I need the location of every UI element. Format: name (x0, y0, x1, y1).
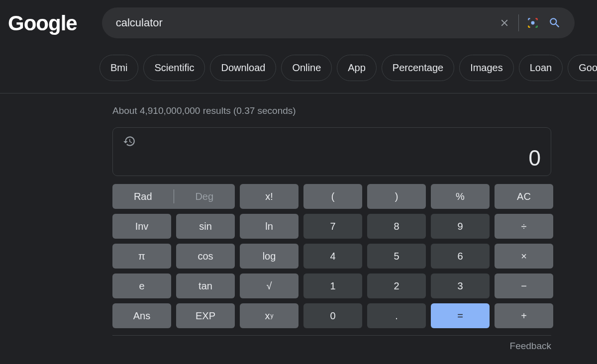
result-stats: About 4,910,000,000 results (0.37 second… (112, 105, 597, 116)
key-9[interactable]: 9 (431, 214, 490, 239)
history-icon[interactable] (123, 135, 136, 148)
chip-download[interactable]: Download (210, 55, 276, 81)
key-log[interactable]: log (240, 244, 298, 269)
feedback-link[interactable]: Feedback (510, 341, 551, 351)
key-equals[interactable]: = (431, 303, 490, 328)
key-sqrt[interactable]: √ (240, 273, 298, 298)
key-add[interactable]: + (495, 303, 553, 328)
key-7[interactable]: 7 (303, 214, 362, 239)
key-6[interactable]: 6 (431, 244, 490, 269)
chip-images[interactable]: Images (459, 55, 514, 81)
key-exp[interactable]: EXP (176, 303, 235, 328)
key-rparen[interactable]: ) (367, 184, 426, 209)
key-tan[interactable]: tan (176, 273, 235, 298)
key-inv[interactable]: Inv (112, 214, 171, 239)
calc-display-value: 0 (529, 146, 541, 171)
chip-app[interactable]: App (337, 55, 377, 81)
key-ln[interactable]: ln (240, 214, 298, 239)
lens-icon[interactable] (522, 12, 544, 34)
key-divide[interactable]: ÷ (495, 214, 553, 239)
chip-percentage[interactable]: Percentage (382, 55, 454, 81)
key-4[interactable]: 4 (303, 244, 362, 269)
search-input[interactable] (116, 16, 494, 29)
key-5[interactable]: 5 (367, 244, 426, 269)
chip-bmi[interactable]: Bmi (100, 55, 138, 81)
key-ac[interactable]: AC (495, 184, 553, 209)
feedback-row: Feedback (112, 335, 551, 352)
calculator-widget: 0 Rad Deg x! ( ) % AC Rad Deg x! ( (112, 127, 551, 352)
related-chips: Bmi Scientific Download Online App Perce… (0, 46, 597, 93)
key-factorial[interactable]: x! (240, 184, 298, 209)
key-sin[interactable]: sin (176, 214, 235, 239)
search-box[interactable] (102, 7, 575, 38)
key-2[interactable]: 2 (367, 273, 426, 298)
chip-loan[interactable]: Loan (519, 55, 563, 81)
key-lparen[interactable]: ( (303, 184, 362, 209)
key-ans[interactable]: Ans (112, 303, 171, 328)
svg-point-0 (531, 21, 534, 25)
chip-scientific[interactable]: Scientific (143, 55, 205, 81)
key-1[interactable]: 1 (303, 273, 362, 298)
key-power[interactable]: xy (240, 303, 298, 328)
clear-icon[interactable] (494, 12, 515, 34)
calc-display: 0 (112, 127, 551, 176)
chip-online[interactable]: Online (281, 55, 332, 81)
key-0[interactable]: 0 (303, 303, 362, 328)
key-cos[interactable]: cos (176, 244, 235, 269)
key-subtract[interactable]: − (495, 273, 553, 298)
deg-option[interactable]: Deg (174, 191, 235, 202)
key-multiply[interactable]: × (495, 244, 553, 269)
rad-option[interactable]: Rad (112, 191, 174, 202)
google-logo[interactable]: Google (8, 11, 77, 35)
key-percent[interactable]: % (431, 184, 490, 209)
key-pi[interactable]: π (112, 244, 171, 269)
search-icon[interactable] (544, 12, 566, 34)
rad-deg-toggle[interactable]: Rad Deg (112, 184, 235, 209)
separator (518, 14, 519, 31)
chip-google[interactable]: Google (568, 55, 597, 81)
key-e[interactable]: e (112, 273, 171, 298)
key-3[interactable]: 3 (431, 273, 490, 298)
key-8[interactable]: 8 (367, 214, 426, 239)
key-dot[interactable]: . (367, 303, 426, 328)
